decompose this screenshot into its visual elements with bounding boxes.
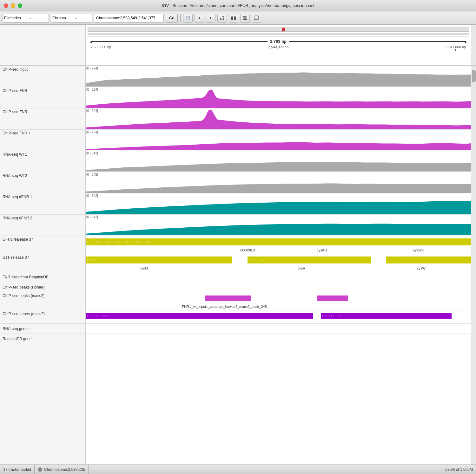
track-data-regulon-genes[interactable] bbox=[86, 334, 471, 344]
rna-wt2-scale: [0 - 642] bbox=[86, 173, 98, 176]
vertical-scrollbar[interactable] bbox=[471, 66, 476, 464]
scale-line bbox=[96, 41, 268, 42]
track-data-chip-input[interactable]: [0 - 224] bbox=[86, 66, 471, 87]
chromosome-select[interactable]: Chromosome ⌃⌄ bbox=[51, 14, 92, 23]
back-icon bbox=[197, 16, 202, 20]
track-data-rna-dfnr2[interactable]: [0 - 642] bbox=[86, 215, 471, 236]
rna-wt1-svg bbox=[86, 151, 471, 172]
rna-wt1-scale: [0 - 642] bbox=[86, 152, 98, 155]
chat-button[interactable] bbox=[252, 14, 261, 23]
left-arrow-line: ◄ bbox=[91, 41, 96, 42]
track-label-chip-fnr-minus: ChIP-seq FNR - bbox=[0, 108, 85, 130]
gtf37-cysm-bar: ‹ ‹ ‹ ‹ ‹ ‹ ‹ bbox=[86, 256, 232, 263]
track-data-rna-genes[interactable] bbox=[86, 324, 471, 334]
scrollbar-top[interactable] bbox=[471, 25, 476, 65]
track-label-chip-fnr-plus: ChIP-seq FNR + bbox=[0, 130, 85, 151]
bp-tick-3: 2,541,000 bp bbox=[446, 45, 466, 51]
maximize-button[interactable] bbox=[18, 3, 22, 8]
forward-icon bbox=[208, 16, 213, 20]
status-indicator-icon bbox=[38, 467, 42, 472]
svg-point-11 bbox=[243, 16, 245, 17]
tracks-loaded-label: 17 tracks loaded bbox=[3, 467, 31, 472]
toolbar-separator bbox=[180, 14, 181, 22]
track-data-chip-fnr-plus[interactable]: [0 - 224] bbox=[86, 130, 471, 151]
locus-input[interactable] bbox=[94, 14, 164, 23]
bp-tick-3-label: 2,541,000 bp bbox=[446, 45, 466, 49]
track-data-chip-genes-macs2[interactable]: ‹ ‹ ‹ ‹ ‹ ‹ ‹ ‹ ‹ ‹ ‹ ‹ ‹ ‹ ‹ ‹ bbox=[86, 310, 471, 324]
track-data-rna-dfnr1[interactable]: [0 - 642] bbox=[86, 193, 471, 215]
rna-wt2-svg bbox=[86, 172, 471, 193]
gtf37-label-cysm: cysM bbox=[140, 266, 148, 270]
bp-tick-2-label: 2,540,000 bp bbox=[268, 45, 288, 49]
minimize-button[interactable] bbox=[11, 3, 15, 8]
bp-ticks: 2,539,000 bp 2,540,000 bp 2,541,000 bp bbox=[88, 45, 469, 51]
gtf37-label-cysw: cysW bbox=[417, 266, 426, 270]
gtf37-label-cysa: cysA bbox=[298, 266, 305, 270]
refresh-icon bbox=[219, 15, 225, 21]
chip-fnr-scale: [0 - 224] bbox=[86, 88, 98, 91]
toolbar: Escherichia_coli_str... ⌃⌄ Chromosome ⌃⌄… bbox=[0, 11, 476, 25]
track-data-rna-wt2[interactable]: [0 - 642] bbox=[86, 172, 471, 193]
track-data-chip-fnr[interactable]: [0 - 224] bbox=[86, 87, 471, 108]
chip-input-svg bbox=[86, 66, 471, 87]
refresh-button[interactable] bbox=[217, 14, 227, 23]
bp-tick-1-label: 2,539,000 bp bbox=[91, 45, 111, 49]
back-button[interactable] bbox=[195, 14, 204, 23]
track-label-rna-dfnr1: RNA-seq dFNR 1 bbox=[0, 193, 85, 215]
go-button[interactable]: Go bbox=[166, 14, 178, 23]
track-data-fnr-sites[interactable] bbox=[86, 272, 471, 282]
track-data-gtf37[interactable]: ‹ ‹ ‹ ‹ ‹ ‹ ‹ ‹ ‹ ‹ ‹ ‹ ‹ ‹ ‹ bbox=[86, 254, 471, 272]
bp-tick-2: 2,540,000 bp bbox=[268, 45, 288, 51]
track-label-chip-peaks-macs2: ChIP-seq peaks (macs2) bbox=[0, 292, 85, 310]
track-data-gff3[interactable]: ‹ ‹ ‹ ‹ ‹ ‹ ‹ ‹ ‹ ‹ ‹ ‹ ‹ ‹ ‹ ‹ ‹ bbox=[86, 236, 471, 254]
chip-fnr-plus-svg bbox=[86, 130, 471, 151]
chat-icon bbox=[254, 16, 259, 21]
rna-dfnr2-scale: [0 - 642] bbox=[86, 215, 98, 219]
close-button[interactable] bbox=[4, 3, 8, 8]
chip-fnr-plus-scale: [0 - 224] bbox=[86, 130, 98, 134]
genome-select[interactable]: Escherichia_coli_str... ⌃⌄ bbox=[3, 14, 49, 23]
resize-button[interactable] bbox=[229, 14, 238, 23]
track-label-fnr-sites: FNR sites from RegulonDB bbox=[0, 272, 85, 282]
svg-point-12 bbox=[245, 17, 246, 19]
track-label-gff3: GFF3 realease 37 bbox=[0, 236, 85, 254]
gff3-gene-bar: ‹ ‹ ‹ ‹ ‹ ‹ ‹ ‹ ‹ ‹ ‹ ‹ ‹ ‹ ‹ ‹ ‹ bbox=[86, 238, 471, 245]
settings-icon bbox=[242, 16, 248, 21]
chromosome-select-arrow-icon: ⌃⌄ bbox=[72, 16, 90, 20]
svg-rect-14 bbox=[254, 16, 259, 19]
tick-mark-3 bbox=[455, 49, 456, 51]
track-label-rna-wt1: RNA-seq WT1 bbox=[0, 151, 85, 172]
svg-rect-7 bbox=[234, 16, 236, 20]
resize-icon bbox=[231, 16, 236, 20]
chip-input-scale: [0 - 224] bbox=[86, 67, 98, 70]
genome-overview-track[interactable]: ◄ 2,793 bp ► 2,539,000 bp 2,540,000 bp bbox=[86, 25, 471, 65]
track-data-chip-peaks-macs2[interactable]: FNR1_vs_input1_cutadapt_bowtie2_macs2_pe… bbox=[86, 292, 471, 310]
track-data-chip-fnr-minus[interactable]: [0 - 224] bbox=[86, 108, 471, 130]
track-label-rna-wt2: RNA-seq WT2 bbox=[0, 172, 85, 193]
track-label-rna-dfnr2: RNA-seq dFNR 2 bbox=[0, 215, 85, 236]
track-data-chip-peaks-homer[interactable] bbox=[86, 282, 471, 292]
macs2-gene-bar-1: ‹ ‹ ‹ ‹ ‹ ‹ ‹ ‹ ‹ ‹ ‹ ‹ bbox=[86, 313, 313, 319]
macs2-peak-label: FNR1_vs_input1_cutadapt_bowtie2_macs2_pe… bbox=[182, 305, 267, 308]
chip-fnr-minus-scale: [0 - 224] bbox=[86, 109, 98, 113]
position-label: Chromosome:2,539,205 bbox=[44, 467, 85, 472]
track-label-chip-genes-macs2: ChIP-seq genes (macs2) bbox=[0, 310, 85, 324]
home-icon-button[interactable] bbox=[183, 14, 193, 23]
rna-dfnr1-svg bbox=[86, 193, 471, 215]
scale-row: ◄ 2,793 bp ► bbox=[91, 39, 466, 44]
scrollbar-handle[interactable] bbox=[472, 70, 476, 82]
status-position: Chromosome:2,539,205 bbox=[35, 465, 89, 474]
chip-fnr-minus-svg bbox=[86, 108, 471, 130]
chromosome-thin-bar bbox=[88, 36, 469, 37]
macs2-peak-1 bbox=[205, 295, 251, 301]
status-memory: 535M of 1,666M bbox=[442, 465, 476, 474]
memory-label: 535M of 1,666M bbox=[445, 467, 473, 472]
settings-button[interactable] bbox=[240, 14, 250, 23]
status-bar: 17 tracks loaded Chromosome:2,539,205 53… bbox=[0, 464, 476, 474]
rna-dfnr1-scale: [0 - 642] bbox=[86, 194, 98, 198]
forward-button[interactable] bbox=[206, 14, 215, 23]
track-labels-column: ChIP-seq input ChIP-seq FNR ChIP-seq FNR… bbox=[0, 66, 86, 464]
svg-rect-6 bbox=[231, 16, 233, 20]
tick-mark-2 bbox=[278, 49, 278, 51]
track-data-rna-wt1[interactable]: [0 - 642] bbox=[86, 151, 471, 172]
